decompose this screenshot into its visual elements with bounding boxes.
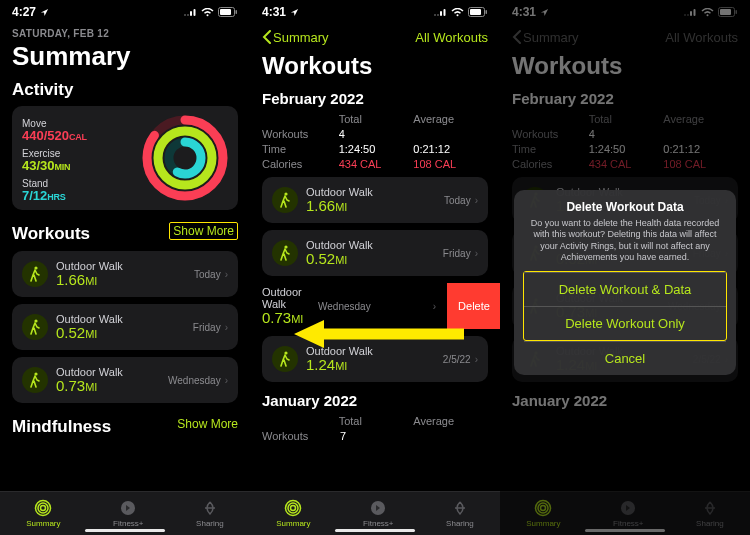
workout-row[interactable]: Outdoor Walk1.66MI Today› (12, 251, 238, 297)
sharing-icon (451, 499, 469, 517)
row-label: Workouts (262, 430, 340, 442)
workout-date: Friday (193, 322, 221, 333)
screen-summary: 4:27 SATURDAY, FEB 12 Summary Activity M… (0, 0, 250, 535)
workout-unit: MI (335, 201, 347, 213)
chevron-right-icon: › (225, 322, 228, 333)
svg-rect-2 (190, 11, 192, 16)
stats-table: TotalAverage Workouts7 (262, 415, 488, 442)
activity-card[interactable]: Move 440/520CAL Exercise 43/30MIN Stand … (12, 106, 238, 210)
tab-label: Sharing (196, 519, 224, 528)
tab-fitness[interactable]: Fitness+ (113, 499, 143, 528)
chevron-right-icon: › (475, 248, 478, 259)
tab-label: Sharing (446, 519, 474, 528)
tab-sharing[interactable]: Sharing (196, 499, 224, 528)
battery-icon (468, 7, 488, 17)
nav-bar: Summary All Workouts (250, 24, 500, 50)
tab-bar: Summary Fitness+ Sharing (0, 491, 250, 535)
tab-label: Summary (26, 519, 60, 528)
move-value: 440/520 (22, 128, 69, 143)
walk-icon (272, 346, 298, 372)
workout-unit: MI (85, 328, 97, 340)
svg-point-31 (284, 351, 287, 354)
workout-unit: MI (335, 254, 347, 266)
workout-row[interactable]: Outdoor Walk1.66MI Today› (262, 177, 488, 223)
tab-summary[interactable]: Summary (26, 499, 60, 528)
status-icons (433, 7, 488, 17)
fitness-icon (369, 499, 387, 517)
workout-value: 0.52 (306, 250, 335, 267)
activity-header: Activity (12, 80, 238, 100)
mindfulness-header: Mindfulness (12, 417, 111, 437)
signal-icon (433, 8, 447, 17)
workout-unit: MI (335, 360, 347, 372)
workout-date: Wednesday (318, 301, 371, 312)
row-label: Workouts (262, 128, 339, 140)
tab-label: Summary (276, 519, 310, 528)
wifi-icon (201, 8, 214, 17)
col-total: Total (339, 113, 414, 125)
svg-point-21 (434, 14, 436, 16)
workout-value: 1.66 (56, 271, 85, 288)
row-total: 434 CAL (339, 158, 414, 170)
tab-sharing[interactable]: Sharing (446, 499, 474, 528)
svg-rect-7 (236, 10, 238, 14)
wifi-icon (451, 8, 464, 17)
back-label: Summary (273, 30, 329, 45)
row-total: 4 (339, 128, 414, 140)
page-title: Workouts (262, 52, 488, 80)
signal-icon (183, 8, 197, 17)
chevron-right-icon: › (225, 375, 228, 386)
walk-icon (22, 367, 48, 393)
status-icons (183, 7, 238, 17)
delete-workout-dialog: Delete Workout Data Do you want to delet… (514, 190, 736, 375)
chevron-right-icon: › (225, 269, 228, 280)
screen-delete-dialog: 4:31 Summary All Workouts Workouts Febru… (500, 0, 750, 535)
workout-date: Friday (443, 248, 471, 259)
time: 4:27 (12, 5, 36, 19)
row-avg (413, 128, 488, 140)
rings-icon (284, 499, 302, 517)
back-button[interactable]: Summary (262, 30, 329, 45)
battery-icon (218, 7, 238, 17)
walk-icon (22, 314, 48, 340)
tab-summary[interactable]: Summary (276, 499, 310, 528)
sharing-icon (201, 499, 219, 517)
workout-date: Today (194, 269, 221, 280)
tab-fitness[interactable]: Fitness+ (363, 499, 393, 528)
col-avg: Average (413, 415, 488, 427)
row-avg: 108 CAL (413, 158, 488, 170)
svg-point-1 (187, 14, 189, 16)
svg-point-30 (284, 245, 287, 248)
row-total: 1:24:50 (339, 143, 414, 155)
stand-unit: HRS (47, 192, 65, 202)
home-indicator[interactable] (85, 529, 165, 532)
rings-icon (34, 499, 52, 517)
activity-rings-icon (142, 115, 228, 201)
chevron-right-icon: › (475, 195, 478, 206)
time: 4:31 (262, 5, 286, 19)
workout-row[interactable]: Outdoor Walk0.52MI Friday› (12, 304, 238, 350)
delete-button[interactable]: Delete (447, 283, 500, 329)
delete-workout-and-data[interactable]: Delete Workout & Data (524, 272, 726, 306)
move-unit: CAL (69, 132, 87, 142)
workout-row[interactable]: Outdoor Walk0.73MI Wednesday› (12, 357, 238, 403)
show-more-button[interactable]: Show More (177, 417, 238, 431)
workout-row[interactable]: Outdoor Walk1.24MI 2/5/22› (262, 336, 488, 382)
tab-bar: Summary Fitness+ Sharing (250, 491, 500, 535)
cancel-button[interactable]: Cancel (524, 341, 726, 375)
delete-workout-only[interactable]: Delete Workout Only (524, 306, 726, 340)
svg-point-22 (437, 14, 439, 16)
all-workouts-button[interactable]: All Workouts (415, 30, 488, 45)
row-label: Time (262, 143, 339, 155)
show-more-button[interactable]: Show More (169, 222, 238, 240)
tab-label: Fitness+ (363, 519, 393, 528)
workout-row[interactable]: Outdoor Walk0.52MI Friday› (262, 230, 488, 276)
home-indicator[interactable] (335, 529, 415, 532)
exercise-value: 43/30 (22, 158, 55, 173)
svg-rect-24 (444, 9, 446, 16)
workout-name: Outdoor Walk (262, 286, 318, 310)
workout-row-swiped[interactable]: Outdoor Walk0.73MI Wednesday› Delete (250, 283, 500, 329)
status-bar: 4:31 (250, 0, 500, 24)
tab-label: Fitness+ (113, 519, 143, 528)
svg-point-4 (207, 14, 209, 16)
